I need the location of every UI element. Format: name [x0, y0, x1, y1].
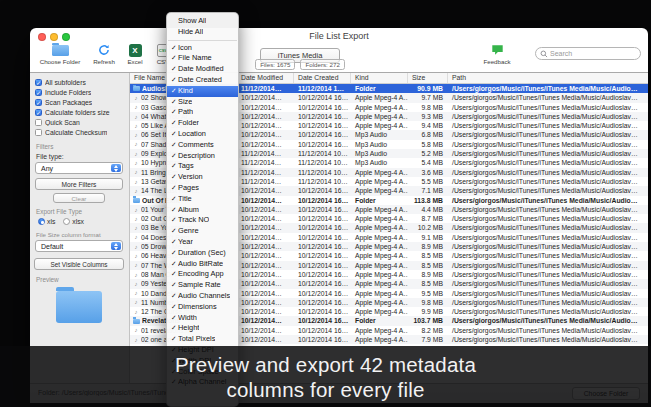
date-modified-cell: 10/12/2014… [237, 196, 294, 205]
column-header-date-modified[interactable]: Date Modified [237, 73, 294, 83]
menu-item-encoding-app[interactable]: ✓Encoding App [167, 269, 238, 280]
menu-item-track-no[interactable]: ✓Track NO [167, 215, 238, 226]
checkbox-label: Calculate folders size [45, 109, 110, 116]
kind-cell: Apple Mpeg-4 A… [351, 279, 408, 288]
choose-folder-toolbar-button[interactable]: Choose Folder [32, 43, 88, 65]
menu-item-folder[interactable]: ✓Folder [167, 118, 238, 129]
filters-section-label: Filters [36, 143, 53, 150]
menu-item-label: Date Created [178, 75, 222, 86]
folders-count-badge: Folders: 272 [300, 59, 344, 70]
refresh-icon [88, 43, 120, 57]
menu-item-genre[interactable]: ✓Genre [167, 226, 238, 237]
radio-circle[interactable] [38, 218, 45, 225]
marketing-caption-overlay: Preview and export 42 metadata columns f… [0, 346, 651, 407]
size-cell: 4.4 MB [408, 205, 448, 214]
files-count-badge: Files: 1675 [255, 59, 295, 70]
kind-cell: Apple Mpeg-4 A… [351, 168, 408, 177]
sidebar-checkbox-calculate-folders-size[interactable]: ✓Calculate folders size [35, 107, 127, 117]
audio-file-icon: ♪ [133, 104, 139, 110]
audio-file-icon: ♪ [133, 123, 139, 129]
date-created-cell: 11/12/2014 1… [294, 84, 351, 93]
date-modified-cell: 10/12/2014… [237, 233, 294, 242]
size-cell: 8.9 MB [408, 242, 448, 251]
audio-file-icon: ♪ [133, 253, 139, 259]
refresh-toolbar-button[interactable]: Refresh [88, 43, 120, 65]
sidebar-checkbox-scan-packages[interactable]: ✓Scan Packages [35, 97, 127, 107]
menu-item-year[interactable]: ✓Year [167, 237, 238, 248]
date-modified-cell: 10/12/2014… [237, 279, 294, 288]
date-modified-cell: 11/12/2014… [237, 149, 294, 158]
sidebar-checkbox-include-folders[interactable]: ✓Include Folders [35, 87, 127, 97]
audio-file-icon: ♪ [133, 132, 139, 138]
menu-item-audio-bitrate[interactable]: ✓Audio BitRate [167, 259, 238, 270]
kind-cell: Apple Mpeg-4 A… [351, 326, 408, 335]
radio-xlsx[interactable]: xlsx [63, 218, 84, 225]
column-header-date-created[interactable]: Date Created [294, 73, 351, 83]
date-modified-cell: 11/12/2014… [237, 168, 294, 177]
sidebar-checkbox-quick-scan[interactable]: Quick Scan [35, 117, 127, 127]
menu-item-label: Album [178, 205, 199, 216]
menu-separator [168, 40, 237, 41]
path-cell: /Users/giorgos/Music/iTunes/iTunes Media… [448, 298, 648, 307]
menu-item-path[interactable]: ✓Path [167, 107, 238, 118]
path-cell: /Users/giorgos/Music/iTunes/iTunes Media… [448, 270, 648, 279]
menu-item-height[interactable]: ✓Height [167, 323, 238, 334]
set-visible-columns-button[interactable]: Set Visible Columns [34, 258, 124, 270]
menu-item-label: Dimensions [178, 302, 217, 313]
checkbox[interactable] [35, 129, 42, 136]
checkbox[interactable]: ✓ [35, 99, 42, 106]
checkbox[interactable] [35, 119, 42, 126]
column-header-kind[interactable]: Kind [351, 73, 408, 83]
preview-section-label: Preview [36, 276, 59, 283]
date-created-cell: 10/12/2014 16… [294, 251, 351, 260]
more-filters-button[interactable]: More Filters [35, 178, 123, 190]
radio-circle[interactable] [63, 218, 70, 225]
date-created-cell: 10/12/2014 16… [294, 335, 351, 344]
menu-item-duration-sec[interactable]: ✓Duration (Sec) [167, 248, 238, 259]
column-header-size[interactable]: Size [408, 73, 448, 83]
sidebar-checkbox-all-subfolders[interactable]: ✓All subfolders [35, 77, 127, 87]
menu-item-total-pixels[interactable]: ✓Total Pixels [167, 334, 238, 345]
menu-item-label: Date Modified [178, 64, 224, 75]
search-field[interactable] [535, 47, 641, 60]
menu-item-title[interactable]: ✓Title [167, 194, 238, 205]
menu-item-label: Encoding App [178, 269, 224, 280]
menu-item-pages[interactable]: ✓Pages [167, 183, 238, 194]
menu-item-date-modified[interactable]: ✓Date Modified [167, 64, 238, 75]
column-header-path[interactable]: Path [448, 73, 648, 83]
menu-item-location[interactable]: ✓Location [167, 129, 238, 140]
menu-item-audio-channels[interactable]: ✓Audio Channels [167, 291, 238, 302]
search-input[interactable] [550, 50, 630, 57]
path-cell: /Users/giorgos/Music/iTunes/iTunes Media… [448, 140, 648, 149]
checkbox[interactable]: ✓ [35, 89, 42, 96]
menu-item-size[interactable]: ✓Size [167, 97, 238, 108]
menu-item-show-all[interactable]: Show All [167, 16, 238, 27]
menu-item-tags[interactable]: ✓Tags [167, 161, 238, 172]
excel-export-toolbar-button[interactable]: X Excel [122, 43, 148, 65]
feedback-toolbar-button[interactable]: Feedback [478, 43, 516, 65]
checkmark-icon: ✓ [171, 205, 178, 216]
menu-item-comments[interactable]: ✓Comments [167, 140, 238, 151]
kind-cell: Apple Mpeg-4 A… [351, 233, 408, 242]
clear-filters-button[interactable]: Clear [53, 193, 105, 203]
size-format-popup[interactable]: Default [35, 240, 123, 252]
radio-xls[interactable]: xls [38, 218, 55, 225]
menu-item-file-name[interactable]: ✓File Name [167, 53, 238, 64]
menu-item-sample-rate[interactable]: ✓Sample Rate [167, 280, 238, 291]
menu-item-version[interactable]: ✓Version [167, 172, 238, 183]
menu-item-date-created[interactable]: ✓Date Created [167, 75, 238, 86]
menu-item-label: Duration (Sec) [178, 248, 226, 259]
menu-item-icon[interactable]: ✓Icon [167, 43, 238, 54]
menu-item-description[interactable]: ✓Description [167, 151, 238, 162]
file-type-popup[interactable]: Any [35, 162, 123, 174]
date-modified-cell: 10/12/2014… [237, 214, 294, 223]
radio-label: xls [47, 218, 55, 225]
checkbox[interactable]: ✓ [35, 79, 42, 86]
checkbox[interactable]: ✓ [35, 109, 42, 116]
menu-item-dimensions[interactable]: ✓Dimensions [167, 302, 238, 313]
sidebar-checkbox-calculate-checksum[interactable]: Calculate Checksum [35, 127, 127, 137]
menu-item-width[interactable]: ✓Width [167, 313, 238, 324]
menu-item-album[interactable]: ✓Album [167, 205, 238, 216]
menu-item-kind[interactable]: ✓Kind [167, 86, 238, 97]
menu-item-hide-all[interactable]: Hide All [167, 27, 238, 38]
